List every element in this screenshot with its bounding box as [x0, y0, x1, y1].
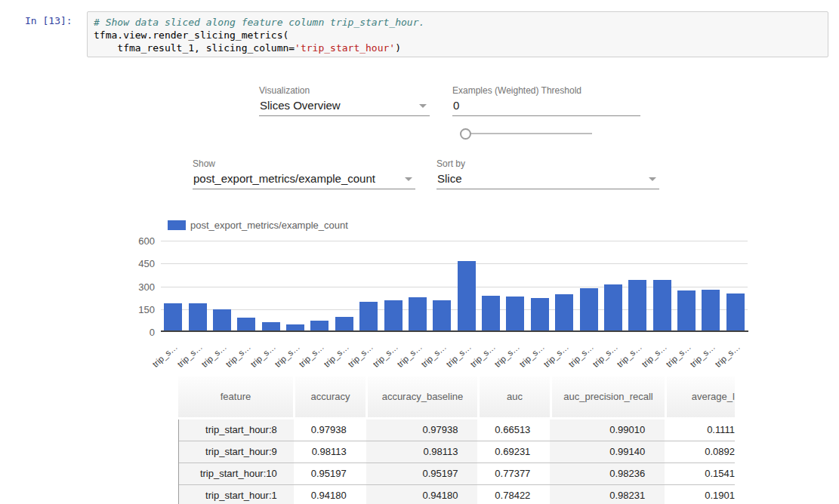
chevron-down-icon	[405, 177, 412, 181]
table-cell: 0.97938	[294, 419, 366, 441]
y-axis-label: 450	[123, 258, 155, 269]
table-row[interactable]: trip_start_hour:100.951970.951970.773770…	[179, 463, 735, 485]
table-cell: 0.1901	[665, 485, 735, 504]
sortby-value: Slice	[436, 172, 659, 185]
sortby-dropdown[interactable]: Slice	[436, 172, 659, 189]
table-cell: 0.69231	[477, 441, 550, 463]
y-axis-label: 0	[123, 327, 155, 338]
chart-bar[interactable]	[433, 300, 451, 332]
threshold-slider-handle[interactable]	[460, 128, 471, 140]
cell-prompt: In [13]:	[25, 15, 72, 26]
visualization-dropdown[interactable]: Slices Overview	[259, 99, 430, 116]
chart-bar[interactable]	[580, 288, 598, 332]
sortby-label: Sort by	[436, 158, 465, 169]
show-dropdown[interactable]: post_export_metrics/example_count	[193, 172, 415, 189]
chart-bar[interactable]	[726, 293, 745, 332]
visualization-value: Slices Overview	[259, 99, 430, 112]
threshold-input[interactable]: 0	[452, 99, 640, 116]
table-cell: 0.95197	[294, 463, 366, 484]
chart-bar[interactable]	[531, 298, 549, 332]
gridline	[161, 241, 748, 241]
legend-label: post_export_metrics/example_count	[190, 220, 348, 231]
code-token: tfma.view.render_slicing_metrics(	[94, 29, 288, 41]
chevron-down-icon	[419, 104, 427, 108]
table-cell: trip_start_hour:1	[179, 485, 294, 504]
table-header-row: featureaccuracyaccuracy_baselineaucauc_p…	[178, 376, 735, 417]
legend-swatch	[168, 220, 186, 230]
table-header-cell[interactable]: auc_precision_recall	[550, 376, 665, 417]
table-cell: 0.94180	[294, 485, 366, 504]
chart-bar[interactable]	[384, 300, 403, 332]
table-cell: 0.78422	[477, 485, 550, 504]
show-value: post_export_metrics/example_count	[193, 172, 415, 185]
chart-bar[interactable]	[604, 284, 622, 332]
table-cell: 0.66513	[477, 419, 550, 441]
table-row[interactable]: trip_start_hour:10.941800.941800.784220.…	[179, 485, 735, 504]
table-cell: 0.94180	[366, 485, 478, 504]
chart-bar[interactable]	[458, 261, 476, 332]
table-cell: 0.97938	[366, 419, 478, 441]
gridline	[161, 263, 748, 264]
table-cell: 0.1111	[665, 419, 735, 441]
chart-bar[interactable]	[189, 303, 207, 332]
table-header-cell[interactable]: accuracy	[293, 376, 366, 417]
code-token: )	[395, 42, 401, 54]
table-header-cell[interactable]: feature	[178, 376, 293, 417]
table-cell: 0.0892	[665, 441, 735, 463]
table-header-cell[interactable]: average_loss	[665, 376, 735, 417]
chart-bar[interactable]	[506, 297, 524, 332]
chart-bar[interactable]	[359, 302, 378, 332]
chart-bar[interactable]	[482, 296, 500, 332]
table-cell: trip_start_hour:9	[179, 441, 294, 463]
code-line: # Show data sliced along feature column …	[94, 16, 822, 29]
code-token: # Show data sliced along feature column …	[94, 17, 424, 28]
table-cell: 0.99140	[550, 441, 665, 463]
visualization-label: Visualization	[259, 85, 310, 96]
y-axis-label: 600	[123, 235, 155, 247]
threshold-value: 0	[452, 99, 640, 112]
table-cell: 0.95197	[366, 463, 478, 484]
chart-bar[interactable]	[164, 303, 182, 332]
code-cell[interactable]: # Show data sliced along feature column …	[87, 11, 828, 57]
code-line: tfma.view.render_slicing_metrics(	[94, 29, 822, 41]
table-cell: 0.1541	[665, 463, 735, 484]
metrics-table: featureaccuracyaccuracy_baselineaucauc_p…	[178, 376, 735, 504]
chart-bar[interactable]	[677, 290, 696, 332]
show-label: Show	[193, 158, 215, 169]
table-cell: 0.77377	[477, 463, 550, 484]
chevron-down-icon	[649, 177, 656, 181]
threshold-slider-track[interactable]	[461, 133, 592, 134]
x-axis-baseline	[161, 330, 748, 332]
threshold-label: Examples (Weighted) Threshold	[452, 85, 581, 96]
code-line: tfma_result_1, slicing_column='trip_star…	[94, 41, 822, 54]
table-header-cell[interactable]: auc	[477, 376, 550, 417]
table-header-cell[interactable]: accuracy_baseline	[366, 376, 477, 417]
notebook-page: In [13]: # Show data sliced along featur…	[0, 0, 839, 504]
table-cell: 0.98113	[294, 441, 366, 463]
chart-bar[interactable]	[555, 294, 573, 332]
table-cell: 0.99010	[550, 419, 665, 441]
chart-bar[interactable]	[702, 290, 720, 332]
code-token: 'trip_start_hour'	[295, 42, 395, 54]
y-axis-label: 150	[123, 304, 155, 315]
chart-bar[interactable]	[213, 309, 231, 332]
table-cell: trip_start_hour:10	[179, 463, 294, 484]
chart-bar[interactable]	[653, 280, 671, 332]
table-cell: 0.98231	[550, 485, 665, 504]
table-row[interactable]: trip_start_hour:90.981130.981130.692310.…	[179, 441, 735, 463]
table-body: trip_start_hour:80.979380.979380.665130.…	[178, 419, 735, 504]
y-axis-label: 300	[123, 281, 155, 293]
code-token: tfma_result_1, slicing_column=	[94, 42, 295, 54]
table-cell: trip_start_hour:8	[179, 419, 294, 441]
chart-bar[interactable]	[628, 280, 646, 332]
table-cell: 0.98236	[550, 463, 665, 484]
chart-bar[interactable]	[409, 297, 427, 332]
table-cell: 0.98113	[366, 441, 478, 463]
table-row[interactable]: trip_start_hour:80.979380.979380.665130.…	[179, 419, 735, 441]
